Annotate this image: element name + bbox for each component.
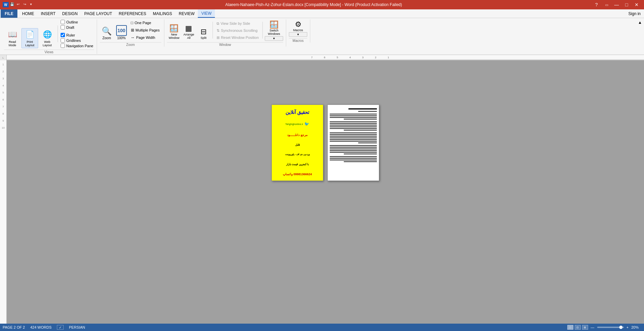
gridlines-check[interactable]: Gridlines	[60, 38, 94, 43]
customize-icon[interactable]: ▾	[30, 2, 35, 7]
ad-phone-number: 09981366624	[294, 173, 312, 176]
macros-icon: ⚙	[295, 20, 302, 29]
text-line-27	[330, 159, 377, 160]
new-window-btn[interactable]: 🪟 NewWindow	[167, 21, 181, 41]
menu-bar: FILE HOME INSERT DESIGN PAGE LAYOUT REFE…	[0, 9, 644, 18]
sep2	[213, 22, 213, 39]
zoom-in-btn[interactable]: +	[627, 325, 629, 329]
undo-icon[interactable]: ↩	[17, 2, 22, 7]
outline-check[interactable]: Outline	[60, 19, 94, 24]
draft-input[interactable]	[61, 25, 65, 29]
outline-label: Outline	[66, 20, 78, 24]
web-view-icon[interactable]: ⊞	[582, 325, 588, 330]
switch-windows-dropdown[interactable]: ▾	[265, 36, 283, 41]
ruler-vertical: 1 2 3 4 5 6 7 8 9 10	[0, 60, 7, 324]
maximize-btn[interactable]: □	[622, 1, 631, 8]
text-line-20	[330, 147, 377, 148]
split-btn[interactable]: ⊟ Split	[196, 21, 211, 41]
nav-pane-check[interactable]: Navigation Pane	[60, 43, 94, 48]
side-by-side-label: View Side by Side	[221, 21, 250, 25]
close-btn[interactable]: ✕	[632, 1, 641, 8]
menu-home[interactable]: HOME	[19, 9, 37, 18]
text-header-line	[348, 108, 377, 110]
print-layout-icon: 📄	[24, 29, 35, 40]
page-ad-content: تحقیق آنلاین Tahghighonline.ir 🐦 مرجع دا…	[272, 105, 323, 181]
read-mode-label: ReadMode	[9, 41, 16, 47]
one-page-icon: □	[131, 20, 133, 25]
new-window-label: NewWindow	[169, 33, 179, 40]
switch-windows-label: SwitchWindows	[268, 29, 280, 36]
read-mode-btn[interactable]: 📖 ReadMode	[4, 28, 21, 48]
ruler-v-2: 2	[2, 70, 4, 73]
nav-pane-input[interactable]	[61, 44, 65, 48]
split-label: Split	[200, 37, 207, 40]
ad-url: Tahghighonline.ir	[286, 123, 303, 125]
status-bar-right: □ ⊡ ⊞ — + 20%	[567, 325, 641, 330]
view-side-by-side-btn[interactable]: ⧉ View Side by Side	[215, 20, 260, 27]
text-line-10	[330, 128, 377, 129]
arrange-all-btn[interactable]: ▦ ArrangeAll	[182, 21, 196, 41]
ruler-corner-icon: L	[0, 55, 6, 60]
menu-page-layout[interactable]: PAGE LAYOUT	[81, 9, 115, 18]
page-width-btn[interactable]: ↔ Page Width	[129, 34, 161, 41]
title-bar: W 💾 ↩ ↪ ▾ Alaeem-Nahaee-Pish-Az-Zohur-Es…	[0, 0, 644, 9]
minimize-btn[interactable]: —	[612, 1, 621, 8]
main-area: 1 2 3 4 5 6 7 8 9 10 تحقیق آنلاین Tahghi…	[0, 60, 644, 324]
multiple-pages-btn[interactable]: ⊞ Multiple Pages	[129, 27, 161, 34]
ruler-mark-1: 1	[388, 56, 389, 59]
ribbon-group-macros: ⚙ Macros ▾ Macros	[286, 19, 310, 43]
words-status: 424 WORDS	[30, 325, 52, 329]
ruler-v-3: 3	[2, 77, 4, 80]
menu-design[interactable]: DESIGN	[59, 9, 81, 18]
ruler-v-7: 7	[2, 105, 4, 108]
menu-insert[interactable]: INSERT	[37, 9, 59, 18]
ribbon-group-window: 🪟 NewWindow ▦ ArrangeAll ⊟ Split ⧉ View …	[164, 19, 286, 47]
ruler-corner: L	[0, 55, 7, 60]
sync-scrolling-btn[interactable]: ⇅ Synchronous Scrolling	[215, 27, 260, 34]
help-btn[interactable]: ?	[592, 1, 601, 8]
menu-view[interactable]: VIEW	[198, 9, 215, 18]
ribbon-minimize-btn[interactable]: ▭	[602, 1, 611, 8]
ruler-check[interactable]: Ruler	[60, 32, 94, 38]
switch-windows-btn[interactable]: 🪟 SwitchWindows	[265, 19, 283, 36]
zoom-level[interactable]: 20%	[631, 325, 641, 329]
gridlines-input[interactable]	[61, 38, 65, 43]
side-by-side-icon: ⧉	[217, 21, 219, 26]
zoom-btn[interactable]: 🔍 Zoom	[100, 21, 114, 41]
one-page-btn[interactable]: □ One Page	[129, 19, 161, 26]
menu-file[interactable]: FILE	[1, 9, 17, 18]
title-bar-left: W 💾 ↩ ↪ ▾	[3, 2, 35, 7]
web-layout-btn[interactable]: 🌐 WebLayout	[39, 28, 56, 48]
one-page-label: One Page	[135, 21, 151, 25]
redo-icon[interactable]: ↪	[23, 2, 29, 7]
macros-dropdown[interactable]: ▾	[289, 32, 307, 37]
macros-items: ⚙ Macros ▾	[289, 19, 307, 37]
nav-pane-label: Navigation Pane	[66, 44, 93, 48]
document-area[interactable]: تحقیق آنلاین Tahghighonline.ir 🐦 مرجع دا…	[7, 60, 644, 324]
print-layout-btn[interactable]: 📄 PrintLayout	[21, 28, 38, 48]
reset-window-btn[interactable]: ⊞ Reset Window Position	[215, 35, 260, 41]
outline-input[interactable]	[61, 20, 65, 24]
arrange-all-icon: ▦	[185, 24, 192, 33]
page-width-icon: ↔	[131, 35, 135, 40]
draft-check[interactable]: Draft	[60, 25, 94, 30]
text-line-13	[330, 134, 377, 135]
ruler-input[interactable]	[61, 33, 65, 37]
full-screen-icon[interactable]: ⊡	[575, 325, 581, 330]
menu-review[interactable]: REVIEW	[175, 9, 198, 18]
macros-btn[interactable]: ⚙ Macros	[289, 19, 307, 32]
signin-link[interactable]: Sign in	[628, 11, 643, 16]
zoom-out-btn[interactable]: —	[591, 325, 594, 329]
ad-price: با کمترین قیمت بازار	[286, 163, 309, 166]
ruler-mark-4: 4	[349, 56, 351, 59]
quick-save-icon[interactable]: 💾	[10, 2, 15, 7]
page-status-text: PAGE 2 OF 2	[3, 325, 25, 329]
menu-mailings[interactable]: MAILINGS	[150, 9, 175, 18]
zoom-100-icon: 100	[116, 25, 127, 36]
ribbon-collapse-btn[interactable]: ▲	[637, 19, 643, 25]
menu-references[interactable]: REFERENCES	[115, 9, 150, 18]
word-count-icon[interactable]: ✓	[57, 325, 64, 330]
print-view-icon[interactable]: □	[567, 325, 573, 330]
zoom-slider[interactable]	[597, 327, 624, 328]
zoom-100-btn[interactable]: 100 100%	[114, 21, 129, 41]
